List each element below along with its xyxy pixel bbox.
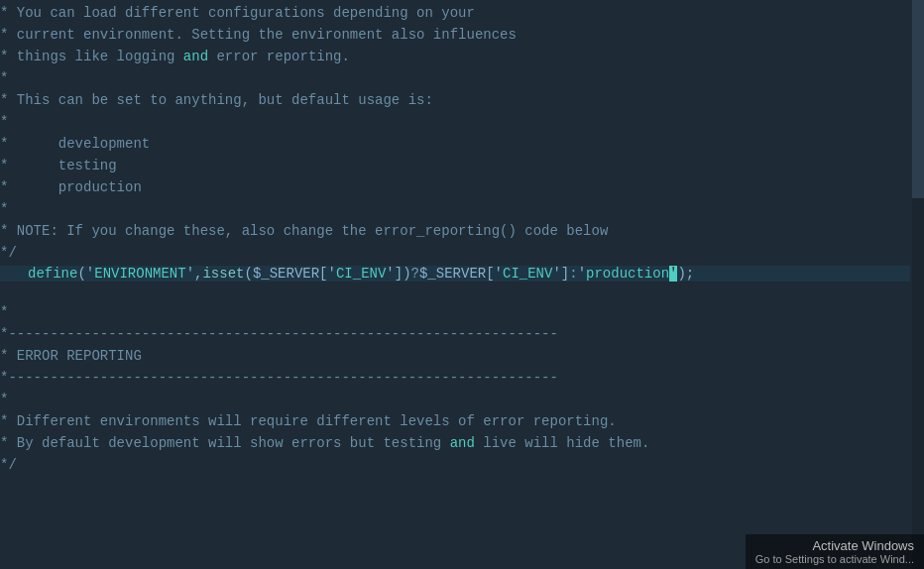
line-6-text: * [0,114,8,130]
line-16: *---------------------------------------… [0,325,910,347]
line-15-text: * [0,304,8,320]
line-3-text: * things like logging [0,49,183,64]
line-5-text: * This can be set to anything, but defau… [0,92,433,108]
line-21-text: * By default development will show error… [0,435,450,451]
line-4: * [0,69,910,91]
line-17-text: * ERROR REPORTING [0,348,142,364]
code-content: * You can load different configurations … [0,0,924,482]
line-19-text: * [0,392,8,407]
line-2-text: * current environment. Setting the envir… [0,27,517,43]
line-2: * current environment. Setting the envir… [0,26,910,48]
line-11-text: * NOTE: If you change these, also change… [0,223,608,239]
scrollbar-thumb[interactable] [912,0,924,198]
activation-title: Activate Windows [755,538,914,553]
define-keyword: define [28,266,77,282]
cursor: ' [669,266,677,282]
line-4-text: * [0,70,8,86]
line-9-text: * production [0,179,142,195]
line-21-and: and [450,435,475,451]
line-20: * Different environments will require di… [0,412,910,434]
line-1: * You can load different configurations … [0,4,910,26]
line-8: * testing [0,157,910,178]
line-3-and: and [183,49,208,64]
line-16-text: *---------------------------------------… [0,326,558,342]
line-3: * things like logging and error reportin… [0,48,910,69]
line-10-text: * [0,201,8,217]
line-9: * production [0,178,910,200]
line-5: * This can be set to anything, but defau… [0,91,910,113]
line-7: * development [0,135,910,157]
windows-activation-panel: Activate Windows Go to Settings to activ… [746,534,924,569]
line-22-text: */ [0,457,17,473]
line-18: *---------------------------------------… [0,369,910,391]
line-11: * NOTE: If you change these, also change… [0,222,910,244]
line-18-text: *---------------------------------------… [0,370,558,386]
line-7-text: * development [0,136,150,152]
line-12: */ [0,244,910,266]
line-6: * [0,113,910,135]
line-19: * [0,391,910,412]
line-3-text2: error reporting. [208,49,350,64]
line-21-text2: live will hide them. [475,435,649,451]
line-15: * [0,303,910,325]
scrollbar[interactable] [912,0,924,569]
line-21: * By default development will show error… [0,434,910,456]
line-14 [0,282,910,303]
line-12-text: */ [0,245,17,261]
line-20-text: * Different environments will require di… [0,413,617,429]
line-10: * [0,200,910,222]
line-8-text: * testing [0,158,117,173]
line-13-define: define('ENVIRONMENT', isset($_SERVER['CI… [0,266,910,282]
code-editor: * You can load different configurations … [0,0,924,569]
line-1-text: * You can load different configurations … [0,5,475,21]
line-17: * ERROR REPORTING [0,347,910,369]
activation-subtitle: Go to Settings to activate Wind... [755,553,914,565]
line-22: */ [0,456,910,478]
